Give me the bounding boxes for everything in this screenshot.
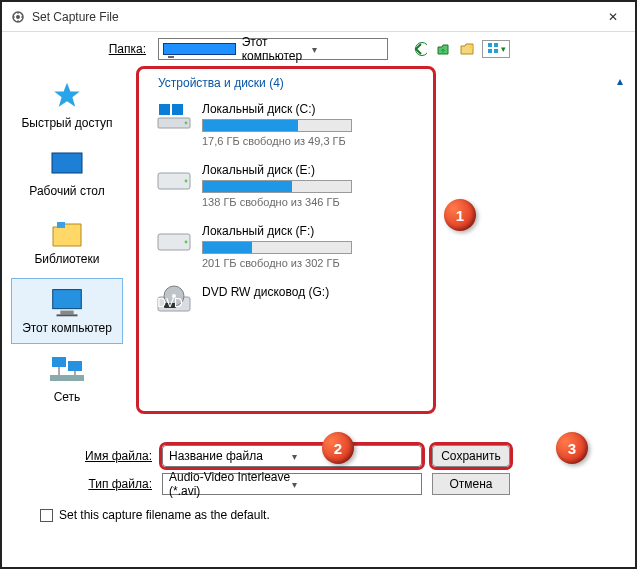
new-folder-button[interactable]: [458, 40, 476, 58]
svg-rect-18: [172, 104, 183, 115]
chevron-down-icon: ▾: [312, 44, 383, 55]
network-icon: [47, 354, 87, 388]
capacity-bar: [202, 180, 352, 193]
svg-rect-5: [488, 49, 492, 53]
svg-rect-13: [52, 357, 66, 367]
svg-rect-9: [57, 222, 65, 228]
filetype-label: Тип файла:: [62, 477, 152, 491]
sidebar-item-this-pc[interactable]: Этот компьютер: [11, 278, 123, 344]
svg-rect-4: [494, 43, 498, 47]
svg-rect-17: [159, 104, 170, 115]
filename-label: Имя файла:: [62, 449, 152, 463]
folder-dropdown[interactable]: Этот компьютер ▾: [158, 38, 388, 60]
hdd-icon: [156, 102, 192, 130]
chevron-down-icon: ▾: [292, 451, 415, 462]
svg-text:DVD: DVD: [157, 296, 183, 310]
filename-input[interactable]: Название файла ▾: [162, 445, 422, 467]
drive-label: DVD RW дисковод (G:): [202, 285, 617, 299]
drive-label: Локальный диск (E:): [202, 163, 617, 177]
set-default-checkbox[interactable]: [40, 509, 53, 522]
drive-free: 138 ГБ свободно из 346 ГБ: [202, 196, 617, 208]
window-title: Set Capture File: [32, 10, 599, 24]
drive-free: 201 ГБ свободно из 302 ГБ: [202, 257, 617, 269]
svg-point-21: [185, 180, 188, 183]
filetype-select[interactable]: Audio-Video Interleave (*.avi) ▾: [162, 473, 422, 495]
svg-rect-14: [68, 361, 82, 371]
svg-point-23: [185, 241, 188, 244]
svg-rect-15: [50, 375, 84, 381]
drive-e[interactable]: Локальный диск (E:) 138 ГБ свободно из 3…: [136, 157, 625, 218]
desktop-icon: [47, 148, 87, 182]
places-bar: Быстрый доступ Рабочий стол Библиотеки Э…: [2, 66, 132, 436]
capacity-bar: [202, 241, 352, 254]
svg-point-19: [185, 122, 188, 125]
svg-point-1: [16, 15, 20, 19]
drive-c[interactable]: Локальный диск (C:) 17,6 ГБ свободно из …: [136, 96, 625, 157]
drive-g-dvd[interactable]: DVD DVD RW дисковод (G:): [136, 279, 625, 323]
back-button[interactable]: [410, 40, 428, 58]
pc-icon: [163, 43, 236, 55]
drive-label: Локальный диск (F:): [202, 224, 617, 238]
group-header[interactable]: Устройства и диски (4): [146, 72, 625, 96]
folder-label: Папка:: [2, 42, 150, 56]
up-button[interactable]: [434, 40, 452, 58]
drive-free: 17,6 ГБ свободно из 49,3 ГБ: [202, 135, 617, 147]
app-icon: [10, 9, 26, 25]
cancel-button[interactable]: Отмена: [432, 473, 510, 495]
sidebar-item-network[interactable]: Сеть: [11, 348, 123, 412]
sidebar-item-desktop[interactable]: Рабочий стол: [11, 142, 123, 206]
folder-current: Этот компьютер: [242, 35, 313, 63]
sidebar-item-quick-access[interactable]: Быстрый доступ: [11, 74, 123, 138]
svg-rect-3: [488, 43, 492, 47]
hdd-icon: [156, 163, 192, 191]
set-default-label: Set this capture filename as the default…: [59, 508, 270, 522]
sidebar-item-libraries[interactable]: Библиотеки: [11, 210, 123, 274]
views-button[interactable]: ▾: [482, 40, 510, 58]
dvd-icon: DVD: [156, 285, 192, 313]
svg-rect-10: [53, 290, 82, 309]
pc-icon: [47, 285, 87, 319]
capacity-bar: [202, 119, 352, 132]
svg-rect-12: [57, 314, 78, 316]
close-button[interactable]: ✕: [599, 10, 627, 24]
svg-rect-7: [52, 153, 82, 173]
svg-rect-11: [60, 311, 73, 315]
star-icon: [47, 80, 87, 114]
drive-f[interactable]: Локальный диск (F:) 201 ГБ свободно из 3…: [136, 218, 625, 279]
chevron-down-icon: ▾: [292, 479, 415, 490]
svg-rect-6: [494, 49, 498, 53]
save-button[interactable]: Сохранить: [432, 445, 510, 467]
hdd-icon: [156, 224, 192, 252]
file-list-pane: ▴ Устройства и диски (4) Локальный диск …: [132, 66, 635, 436]
drive-label: Локальный диск (C:): [202, 102, 617, 116]
libraries-icon: [47, 216, 87, 250]
collapse-group-icon[interactable]: ▴: [617, 74, 623, 88]
